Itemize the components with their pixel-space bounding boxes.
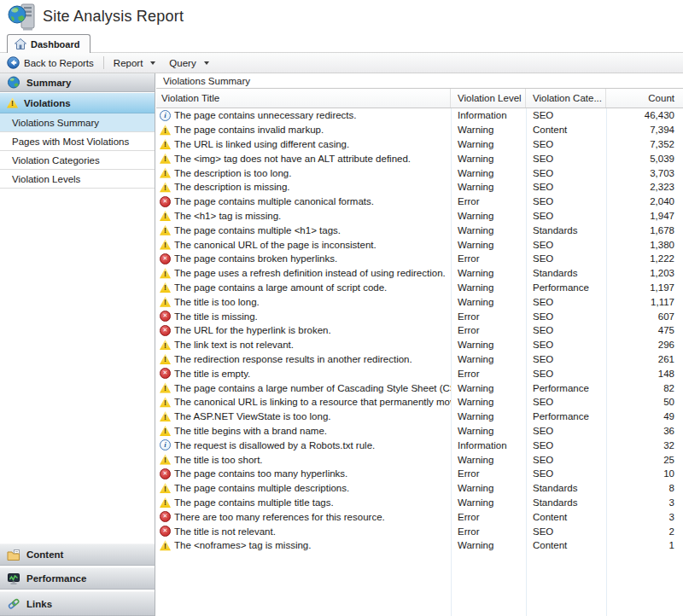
violation-title-text: The page contains invalid markup. [174,125,324,135]
violation-title-cell: The page contains unnecessary redirects. [156,110,451,121]
tab-dashboard[interactable]: Dashboard [7,34,90,53]
table-row[interactable]: The request is disallowed by a Robots.tx… [156,438,683,452]
warning-icon [160,497,171,508]
violation-title-text: The title is empty. [174,369,250,379]
site-analysis-report-window: Site Analysis Report Dashboard Back to R… [0,0,683,616]
sidebar-item-violation-levels[interactable]: Violation Levels [0,170,155,189]
violation-title-cell: The page contains multiple <h1> tags. [156,224,451,235]
warning-icon [160,382,171,393]
table-row[interactable]: The <noframes> tag is missing.WarningCon… [156,538,683,553]
column-header-violation-title[interactable]: Violation Title [156,89,451,108]
violation-title-text: There are too many references for this r… [174,512,385,522]
warning-icon [160,353,171,364]
violation-category-cell: SEO [526,240,606,250]
table-row[interactable]: The page contains a large amount of scri… [156,281,683,295]
sidebar-section-summary[interactable]: Summary [0,73,155,92]
tab-strip: Dashboard [0,32,683,52]
table-row[interactable]: The page contains multiple <h1> tags.War… [156,223,683,237]
error-icon [160,311,171,322]
violation-category-cell: SEO [526,253,606,264]
table-row[interactable]: The title begins with a brand name.Warni… [156,424,683,439]
column-header-violation-level[interactable]: Violation Level [451,89,526,108]
performance-monitor-icon [7,572,20,585]
toolbar: Back to Reports Report Query [0,52,683,73]
violation-category-cell: Performance [526,383,606,393]
table-row[interactable]: The page contains multiple descriptions.… [156,481,683,496]
violation-title-text: The page contains multiple title tags. [174,497,334,508]
table-row[interactable]: The ASP.NET ViewState is too long.Warnin… [156,410,683,424]
warning-icon [160,540,171,551]
globe-icon [7,76,20,89]
table-row[interactable]: The title is missing.ErrorSEO607 [156,309,683,323]
violation-count-cell: 49 [606,411,683,421]
sidebar-section-performance[interactable]: Performance [0,567,155,590]
violation-level-cell: Error [451,196,526,206]
sidebar-section-content[interactable]: Content [0,543,155,566]
violation-title-text: The page contains a large amount of scri… [174,282,387,293]
table-row[interactable]: The <img> tag does not have an ALT attri… [156,151,683,166]
warning-icon [160,483,171,494]
violation-title-text: The request is disallowed by a Robots.tx… [174,440,375,450]
violation-level-cell: Warning [451,139,526,149]
violation-category-cell: SEO [526,325,606,335]
violation-category-cell: SEO [526,182,606,192]
table-row[interactable]: The URL for the hyperlink is broken.Erro… [156,323,683,338]
table-row[interactable]: The URL is linked using different casing… [156,137,683,152]
violation-category-cell: SEO [526,211,606,221]
back-to-reports-button[interactable]: Back to Reports [0,53,101,73]
sidebar-links-label: Links [26,599,52,609]
sidebar-item-violation-categories[interactable]: Violation Categories [0,151,155,170]
table-row[interactable]: The page uses a refresh definition inste… [156,266,683,281]
violation-title-cell: The redirection response results in anot… [156,353,451,364]
table-row[interactable]: The title is too short.WarningSEO25 [156,452,683,467]
table-row[interactable]: The title is too long.WarningSEO1,117 [156,294,683,309]
table-row[interactable]: The canonical URL is linking to a resour… [156,395,683,410]
table-row[interactable]: The description is missing.WarningSEO2,3… [156,180,683,195]
violation-title-cell: The title begins with a brand name. [156,425,451,436]
table-row[interactable]: The description is too long.WarningSEO3,… [156,166,683,180]
violation-category-cell: SEO [526,468,606,479]
table-row[interactable]: The page contains unnecessary redirects.… [156,108,683,123]
violation-title-text: The URL for the hyperlink is broken. [174,325,331,335]
warning-icon [160,340,171,351]
violation-count-cell: 3 [606,497,683,508]
error-icon [160,511,171,522]
violation-category-cell: Content [526,512,606,522]
table-row[interactable]: The page contains too many hyperlinks.Er… [156,467,683,481]
violation-title-text: The title is too short. [174,455,263,465]
sidebar-item-pages-with-most-violations[interactable]: Pages with Most Violations [0,132,155,151]
sidebar-item-violations-summary[interactable]: Violations Summary [0,113,155,132]
table-row[interactable]: The page contains multiple title tags.Wa… [156,496,683,510]
violation-level-cell: Warning [451,225,526,235]
table-row[interactable]: There are too many references for this r… [156,509,683,524]
table-row[interactable]: The redirection response results in anot… [156,352,683,367]
table-row[interactable]: The page contains invalid markup.Warning… [156,123,683,137]
error-icon [160,468,171,479]
violation-count-cell: 2,323 [606,182,683,192]
violation-title-text: The <img> tag does not have an ALT attri… [174,154,411,164]
violation-count-cell: 5,039 [606,154,683,164]
table-row[interactable]: The link text is not relevant.WarningSEO… [156,338,683,352]
violation-level-cell: Warning [451,268,526,278]
query-menu-button[interactable]: Query [162,53,215,73]
information-icon [160,439,171,450]
table-row[interactable]: The page contains a large number of Casc… [156,381,683,395]
violation-count-cell: 3,703 [606,168,683,178]
table-row[interactable]: The title is not relevant.ErrorSEO2 [156,524,683,538]
violation-title-cell: The canonical URL is linking to a resour… [156,397,451,408]
sidebar-item-label: Violation Categories [12,155,100,166]
violation-level-cell: Error [451,512,526,522]
report-menu-button[interactable]: Report [107,53,163,73]
violation-title-text: The title begins with a brand name. [174,426,327,436]
sidebar-section-violations[interactable]: Violations [0,93,155,113]
column-header-count[interactable]: Count [606,89,683,108]
column-header-violation-category[interactable]: Violation Cate... [526,89,606,108]
table-row[interactable]: The <h1> tag is missing.WarningSEO1,947 [156,209,683,224]
warning-icon [7,97,18,108]
sidebar-section-links[interactable]: Links [0,591,155,616]
table-row[interactable]: The page contains multiple canonical for… [156,195,683,209]
table-row[interactable]: The title is empty.ErrorSEO148 [156,366,683,381]
violations-summary-title: Violations Summary [163,76,250,86]
table-row[interactable]: The canonical URL of the page is inconsi… [156,237,683,252]
table-row[interactable]: The page contains broken hyperlinks.Erro… [156,252,683,266]
